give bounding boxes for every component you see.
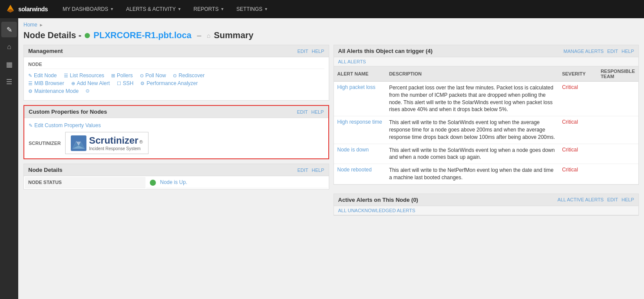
management-links-row1: ✎ Edit Node ☰ List Resources ⊞ Pollers [28, 72, 324, 79]
title-separator: – [197, 30, 201, 40]
scrutinizer-name-block: Scrutinizer ® Incident Response System [89, 135, 143, 151]
perf-icon: ⚙ [140, 81, 145, 86]
custom-properties-card-header: Custom Properties for Nodes EDIT HELP [24, 106, 328, 118]
left-sidebar: ✎ ⌂ ▦ ☰ [0, 18, 18, 223]
logo-text: solarwinds [18, 6, 48, 13]
main-content: Home ► Node Details - PLXRCORE-R1.pbt.lo… [18, 18, 644, 223]
breadcrumb-home[interactable]: Home [23, 22, 37, 28]
active-alerts-card: Active Alerts on This Node (0) ALL ACTIV… [334, 194, 639, 216]
alert-name-node-rebooted[interactable]: Node rebooted [337, 167, 372, 173]
management-card-body: NODE ✎ Edit Node ☰ List Resources ⊞ Poll [24, 57, 329, 100]
content-grid: Management EDIT HELP NODE ✎ Edit Node [23, 45, 639, 220]
scrutinizer-logo: Scrutinizer ® Incident Response System [65, 132, 149, 154]
node-up-link[interactable]: Node is Up. [160, 179, 188, 185]
sidebar-chart-icon[interactable]: ▦ [1, 56, 17, 72]
custom-properties-actions: EDIT HELP [297, 109, 324, 115]
table-row: High response time This alert will write… [334, 116, 639, 144]
breadcrumb-arrow: ► [39, 23, 43, 27]
alert-name-high-packet-loss[interactable]: High packet loss [337, 84, 376, 90]
scrutinizer-subtitle: Incident Response System [89, 146, 143, 151]
scrutinizer-name: Scrutinizer [89, 135, 139, 146]
list-icon: ☰ [64, 73, 68, 79]
sidebar-edit-icon[interactable]: ✎ [1, 22, 17, 37]
right-column: All Alerts this Object can trigger (4) M… [334, 45, 639, 220]
node-section-label: NODE [28, 62, 324, 69]
custom-properties-card: Custom Properties for Nodes EDIT HELP ✎ … [23, 105, 329, 159]
node-details-title: Node Details [28, 167, 63, 173]
node-details-edit-link[interactable]: EDIT [297, 168, 308, 173]
poll-now-link[interactable]: ⊙ Poll Now [140, 72, 166, 79]
table-row: High packet loss Percent packet loss ove… [334, 82, 639, 116]
alert-severity-2: Critical [558, 144, 597, 164]
chevron-down-icon: ▼ [220, 7, 224, 11]
mib-browser-link[interactable]: ☰ MIB Browser [28, 80, 64, 86]
home-icon: ⌂ [207, 32, 210, 39]
solarwinds-logo-icon [4, 3, 17, 15]
custom-properties-help-link[interactable]: HELP [311, 109, 324, 115]
scrutinizer-label: SCRUTINIZER [29, 141, 61, 146]
management-card-actions: EDIT HELP [297, 49, 324, 54]
logo[interactable]: solarwinds [4, 3, 48, 15]
all-alerts-subtitle[interactable]: ALL ALERTS [334, 57, 639, 66]
node-details-help-link[interactable]: HELP [312, 168, 324, 173]
node-details-card-body: NODE STATUS Node is Up. [24, 176, 329, 189]
node-status-dot [85, 33, 90, 38]
pollers-link[interactable]: ⊞ Pollers [111, 72, 133, 79]
management-edit-link[interactable]: EDIT [297, 49, 308, 54]
list-resources-link[interactable]: ☰ List Resources [64, 72, 104, 79]
alert-desc-0: Percent packet loss over the last few mi… [386, 82, 558, 116]
alert-name-high-response-time[interactable]: High response time [337, 119, 382, 125]
edit-custom-property-link[interactable]: ✎ Edit Custom Property Values [29, 122, 324, 128]
sidebar-list-icon[interactable]: ☰ [1, 74, 17, 89]
performance-analyzer-link[interactable]: ⚙ Performance Analyzer [140, 80, 198, 86]
node-details-card-header: Node Details EDIT HELP [24, 164, 329, 176]
alerts-table: ALERT NAME DESCRIPTION SEVERITY RESPONSI… [334, 66, 639, 184]
page-section: Summary [214, 30, 254, 40]
scrutinizer-registered: ® [139, 139, 143, 145]
active-alerts-help-link[interactable]: HELP [621, 197, 634, 202]
chevron-down-icon: ▼ [110, 7, 114, 11]
management-links-row2: ☰ MIB Browser ⊕ Add New Alert ☐ SSH ⚙ [28, 80, 324, 86]
manage-alerts-link[interactable]: MANAGE ALERTS [563, 49, 604, 54]
alert-name-node-down[interactable]: Node is down [337, 147, 369, 153]
sidebar-home-icon[interactable]: ⌂ [1, 39, 17, 55]
table-row: NODE STATUS Node is Up. [25, 177, 328, 188]
node-details-actions: EDIT HELP [297, 168, 324, 173]
node-status-value: Node is Up. [146, 177, 327, 188]
breadcrumb: Home ► [23, 22, 639, 28]
status-green-dot [150, 180, 156, 186]
node-details-card: Node Details EDIT HELP NODE STATUS [23, 164, 329, 190]
maintenance-icon: ⚙ [28, 89, 33, 94]
top-navigation: solarwinds MY DASHBOARDS ▼ ALERTS & ACTI… [0, 0, 644, 18]
ssh-icon: ☐ [117, 81, 121, 86]
node-status-label: NODE STATUS [25, 177, 145, 188]
edit-node-link[interactable]: ✎ Edit Node [28, 72, 57, 79]
all-active-alerts-link[interactable]: ALL ACTIVE ALERTS [558, 197, 604, 202]
rediscover-link[interactable]: ⊙ Rediscover [173, 72, 205, 79]
alert-desc-2: This alert will write to the SolarWinds … [386, 144, 558, 164]
maintenance-mode-link[interactable]: ⚙ Maintenance Mode [28, 88, 79, 94]
node-name[interactable]: PLXRCORE-R1.pbt.loca [93, 30, 192, 40]
active-alerts-edit-link[interactable]: EDIT [607, 197, 618, 202]
mib-icon: ☰ [28, 81, 33, 86]
nav-my-dashboards[interactable]: MY DASHBOARDS ▼ [56, 0, 120, 18]
table-row: Node is down This alert will write to th… [334, 144, 639, 164]
col-alert-name: ALERT NAME [334, 66, 386, 82]
ssh-link[interactable]: ☐ SSH [117, 80, 134, 86]
nav-settings[interactable]: SETTINGS ▼ [230, 0, 274, 18]
active-alerts-subtitle[interactable]: ALL UNACKNOWLEDGED ALERTS [334, 206, 639, 215]
dropdown-icon[interactable]: ⊙ [86, 88, 89, 94]
alert-desc-3: This alert will write to the NetPerfMon … [386, 164, 558, 184]
management-help-link[interactable]: HELP [312, 49, 324, 54]
all-alerts-edit-link[interactable]: EDIT [607, 49, 618, 54]
table-row: Node rebooted This alert will write to t… [334, 164, 639, 184]
add-new-alert-link[interactable]: ⊕ Add New Alert [71, 80, 110, 86]
nav-alerts-activity[interactable]: ALERTS & ACTIVITY ▼ [120, 0, 187, 18]
management-links-row3: ⚙ Maintenance Mode ⊙ [28, 88, 324, 94]
alert-team-3 [597, 164, 638, 184]
chevron-down-icon: ▼ [264, 7, 268, 11]
nav-reports[interactable]: REPORTS ▼ [188, 0, 231, 18]
all-alerts-help-link[interactable]: HELP [621, 49, 634, 54]
custom-properties-edit-link[interactable]: EDIT [297, 109, 308, 115]
custom-properties-title: Custom Properties for Nodes [29, 108, 107, 115]
